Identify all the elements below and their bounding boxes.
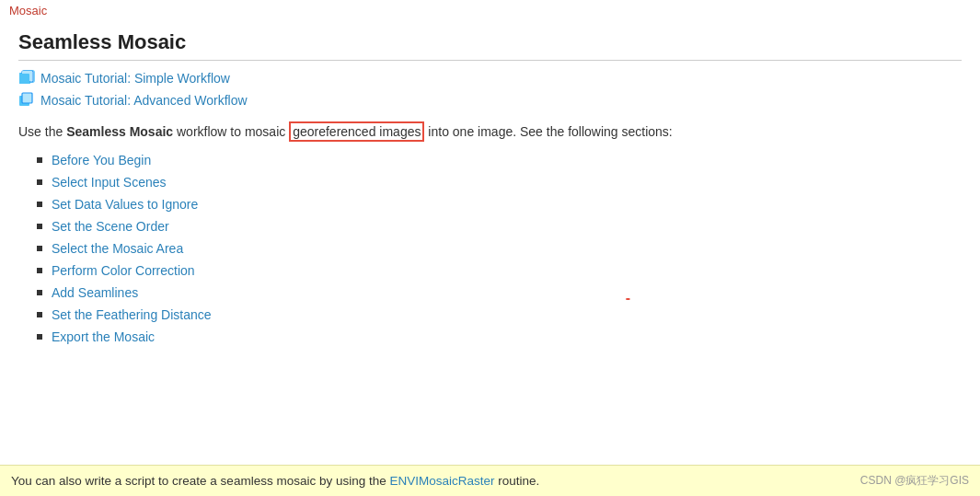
list-item: Set the Scene Order xyxy=(37,219,962,234)
section-link-export-mosaic[interactable]: Export the Mosaic xyxy=(52,329,155,344)
tutorial-icon-advanced xyxy=(18,92,35,109)
note-suffix: routine. xyxy=(495,474,540,488)
section-link-set-data-values[interactable]: Set Data Values to Ignore xyxy=(52,197,198,212)
section-link-select-mosaic-area[interactable]: Select the Mosaic Area xyxy=(52,241,183,256)
intro-prefix: Use the xyxy=(18,124,66,139)
breadcrumb: Mosaic xyxy=(0,0,980,21)
list-item: Set the Feathering Distance xyxy=(37,307,962,322)
svg-rect-6 xyxy=(19,74,29,84)
tutorial-item-advanced: Mosaic Tutorial: Advanced Workflow xyxy=(18,92,962,109)
tutorial-item-simple: Mosaic Tutorial: Simple Workflow xyxy=(18,70,962,87)
tutorial-link-advanced[interactable]: Mosaic Tutorial: Advanced Workflow xyxy=(40,93,248,108)
list-item: Select Input Scenes xyxy=(37,175,962,190)
bullet-icon xyxy=(37,334,42,340)
bullet-icon xyxy=(37,202,42,207)
sections-list: Before You Begin Select Input Scenes Set… xyxy=(37,153,962,344)
note-prefix: You can also write a script to create a … xyxy=(11,474,389,488)
list-item: Set Data Values to Ignore xyxy=(37,197,962,212)
intro-paragraph: Use the Seamless Mosaic workflow to mosa… xyxy=(18,121,962,142)
main-content: Seamless Mosaic Mosaic Tutorial: Simple … xyxy=(0,21,980,366)
tutorial-link-simple[interactable]: Mosaic Tutorial: Simple Workflow xyxy=(40,71,230,86)
svg-rect-8 xyxy=(22,93,32,103)
section-link-before-you-begin[interactable]: Before You Begin xyxy=(52,153,151,167)
intro-suffix: into one image. See the following sectio… xyxy=(424,124,672,139)
section-link-select-input-scenes[interactable]: Select Input Scenes xyxy=(52,175,167,190)
note-link[interactable]: ENVIMosaicRaster xyxy=(389,474,494,488)
list-item: Add Seamlines xyxy=(37,285,962,300)
list-item: Before You Begin xyxy=(37,153,962,167)
watermark-text: CSDN @疯狂学习GIS xyxy=(860,473,969,489)
page-title: Seamless Mosaic xyxy=(18,30,962,61)
intro-bold: Seamless Mosaic xyxy=(66,124,173,139)
bullet-icon xyxy=(37,157,42,163)
intro-middle: workflow to mosaic xyxy=(173,124,289,139)
dash-marker: - xyxy=(626,290,630,306)
list-item: Perform Color Correction xyxy=(37,263,962,278)
note-text: You can also write a script to create a … xyxy=(11,474,842,488)
breadcrumb-link[interactable]: Mosaic xyxy=(9,4,47,17)
list-item: Select the Mosaic Area xyxy=(37,241,962,256)
bullet-icon xyxy=(37,290,42,295)
bullet-icon xyxy=(37,179,42,185)
bullet-icon xyxy=(37,268,42,273)
bullet-icon xyxy=(37,312,42,317)
section-link-add-seamlines[interactable]: Add Seamlines xyxy=(52,285,138,300)
intro-highlighted: georeferenced images xyxy=(289,121,424,142)
bullet-icon xyxy=(37,246,42,251)
section-link-perform-color-correction[interactable]: Perform Color Correction xyxy=(52,263,195,278)
tutorial-icon-simple xyxy=(18,70,35,87)
bullet-icon xyxy=(37,224,42,229)
list-item: Export the Mosaic xyxy=(37,329,962,344)
note-bar: You can also write a script to create a … xyxy=(0,465,980,496)
section-link-set-feathering-distance[interactable]: Set the Feathering Distance xyxy=(52,307,212,322)
section-link-set-scene-order[interactable]: Set the Scene Order xyxy=(52,219,169,234)
tutorial-links: Mosaic Tutorial: Simple Workflow Mosaic … xyxy=(18,70,962,109)
